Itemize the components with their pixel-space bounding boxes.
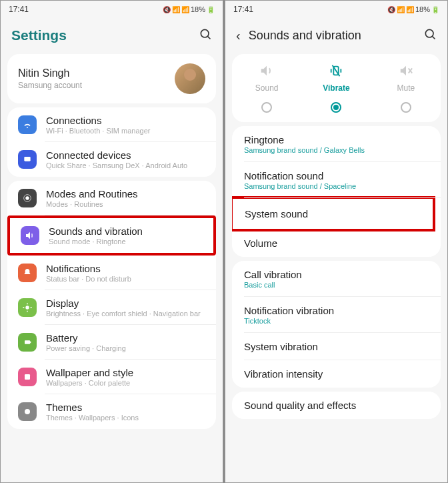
highlight-sounds: Sounds and vibrationSound mode · Rington… bbox=[7, 215, 216, 256]
radio-vibrate[interactable] bbox=[331, 102, 341, 113]
sun-icon bbox=[18, 298, 37, 317]
statusbar-time: 17:41 bbox=[233, 5, 253, 14]
svg-point-0 bbox=[201, 29, 209, 37]
svg-point-14 bbox=[425, 29, 433, 37]
phone-settings: 17:41 🔇📶📶 18%🔋 Settings Nitin Singh Sams… bbox=[0, 0, 223, 483]
svg-rect-11 bbox=[30, 342, 31, 344]
setting-sound-quality[interactable]: Sound quality and effects bbox=[232, 392, 441, 419]
item-themes[interactable]: ThemesThemes · Wallpapers · Icons bbox=[7, 394, 216, 429]
svg-line-15 bbox=[432, 36, 435, 39]
devices-icon bbox=[18, 150, 37, 169]
svg-point-3 bbox=[25, 196, 29, 199]
mode-sound[interactable]: Sound bbox=[232, 63, 301, 113]
page-title: Sounds and vibration bbox=[249, 29, 361, 43]
header: ‹ Sounds and vibration bbox=[225, 18, 447, 50]
svg-point-5 bbox=[25, 306, 29, 309]
svg-point-13 bbox=[25, 409, 30, 414]
svg-rect-2 bbox=[24, 157, 30, 161]
battery-icon bbox=[18, 333, 37, 352]
bell-icon bbox=[18, 264, 37, 282]
profile-name: Nitin Singh bbox=[18, 67, 82, 79]
sound-quality-card: Sound quality and effects bbox=[232, 392, 441, 419]
setting-system-sound[interactable]: System sound bbox=[233, 199, 433, 229]
modes-icon bbox=[18, 189, 37, 207]
item-notifications[interactable]: NotificationsStatus bar · Do not disturb bbox=[7, 256, 216, 290]
statusbar-indicators: 🔇📶📶 18%🔋 bbox=[163, 5, 215, 13]
statusbar: 17:41 🔇📶📶 18%🔋 bbox=[1, 1, 223, 18]
setting-vibration-intensity[interactable]: Vibration intensity bbox=[232, 360, 441, 388]
settings-group-2: Modes and RoutinesModes · Routines Sound… bbox=[7, 181, 216, 429]
setting-notification-sound[interactable]: Notification sound Samsung brand sound /… bbox=[232, 162, 441, 198]
wifi-icon bbox=[18, 115, 37, 134]
item-connections[interactable]: ConnectionsWi-Fi · Bluetooth · SIM manag… bbox=[7, 107, 216, 142]
header: Settings bbox=[1, 18, 223, 50]
statusbar-time: 17:41 bbox=[9, 5, 29, 14]
search-icon[interactable] bbox=[199, 27, 212, 43]
statusbar-indicators: 🔇📶📶 18%🔋 bbox=[387, 5, 439, 13]
mode-mute[interactable]: Mute bbox=[371, 63, 441, 113]
settings-group-1: ConnectionsWi-Fi · Bluetooth · SIM manag… bbox=[7, 107, 216, 177]
sound-mode-card: Sound Vibrate Mute bbox=[232, 54, 441, 122]
item-display[interactable]: DisplayBrightness · Eye comfort shield ·… bbox=[7, 290, 216, 325]
radio-sound[interactable] bbox=[261, 102, 272, 113]
radio-mute[interactable] bbox=[401, 102, 411, 113]
item-battery[interactable]: BatteryPower saving · Charging bbox=[7, 325, 216, 360]
avatar[interactable] bbox=[175, 63, 205, 94]
profile-card[interactable]: Nitin Singh Samsung account bbox=[7, 54, 216, 103]
svg-rect-10 bbox=[25, 340, 30, 344]
themes-icon bbox=[18, 402, 37, 421]
mode-vibrate[interactable]: Vibrate bbox=[301, 63, 371, 113]
statusbar: 17:41 🔇📶📶 18%🔋 bbox=[225, 1, 447, 18]
search-icon[interactable] bbox=[423, 27, 437, 43]
setting-call-vibration[interactable]: Call vibration Basic call bbox=[232, 261, 441, 297]
item-modes[interactable]: Modes and RoutinesModes · Routines bbox=[7, 181, 216, 215]
item-connected-devices[interactable]: Connected devicesQuick Share · Samsung D… bbox=[7, 142, 216, 177]
wallpaper-icon bbox=[18, 368, 37, 386]
svg-rect-12 bbox=[25, 374, 30, 380]
setting-ringtone[interactable]: Ringtone Samsung brand sound / Galaxy Be… bbox=[232, 126, 441, 162]
profile-sub: Samsung account bbox=[18, 81, 82, 90]
phone-sounds: 17:41 🔇📶📶 18%🔋 ‹ Sounds and vibration So… bbox=[225, 0, 448, 483]
setting-volume[interactable]: Volume bbox=[232, 229, 441, 257]
page-title: Settings bbox=[11, 27, 67, 43]
back-icon[interactable]: ‹ bbox=[236, 28, 241, 43]
item-wallpaper[interactable]: Wallpaper and styleWallpapers · Color pa… bbox=[7, 360, 216, 394]
sound-settings-1: Ringtone Samsung brand sound / Galaxy Be… bbox=[232, 126, 441, 257]
setting-system-vibration[interactable]: System vibration bbox=[232, 333, 441, 360]
sound-icon bbox=[21, 226, 39, 245]
svg-line-1 bbox=[207, 36, 210, 39]
item-sounds[interactable]: Sounds and vibrationSound mode · Rington… bbox=[10, 218, 213, 253]
setting-notification-vibration[interactable]: Notification vibration Ticktock bbox=[232, 297, 441, 333]
vibration-settings: Call vibration Basic call Notification v… bbox=[232, 261, 441, 388]
highlight-system-sound: System sound bbox=[232, 196, 435, 231]
